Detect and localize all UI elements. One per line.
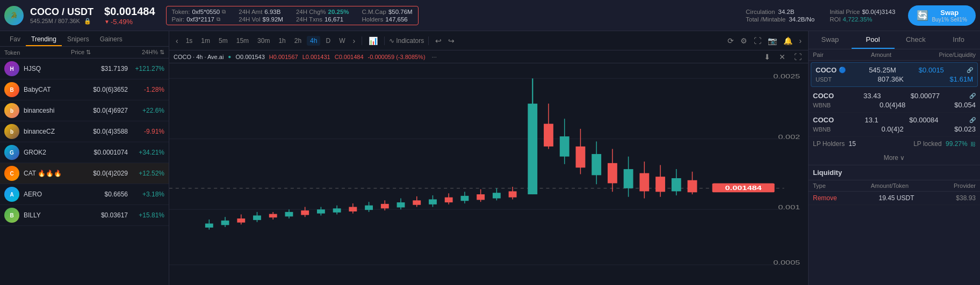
chart-canvas: 0.0025 0.002 0.001 0.0005 [169,63,808,285]
chg-label: 24H Chg% [296,9,326,15]
pool-amount-1b: 807.36K [878,75,904,83]
sidebar-tab-fav[interactable]: Fav [4,33,26,46]
token-change: -5.49% [104,18,155,26]
indicators-button[interactable]: ∿ Indicators [389,37,424,45]
col-change[interactable]: 24H% ⇅ [142,49,164,56]
svg-rect-14 [237,218,245,223]
ohlc-expand-icon[interactable]: ⛶ [792,52,804,62]
tab-check[interactable]: Check [895,31,938,49]
tf-4h[interactable]: 4h [307,36,320,46]
chart-info-bar: COCO · 4h · Ave.ai ● O0.001543 H0.001567… [169,50,808,63]
svg-text:0.0025: 0.0025 [773,74,800,79]
list-item[interactable]: b binanceCZ $0.0(4)3588 -9.91% [0,121,169,142]
alert-icon[interactable]: 🔔 [781,35,795,46]
nav-left-icon[interactable]: ‹ [174,35,181,46]
copy-pair-icon[interactable]: ⧉ [217,16,220,23]
col-price[interactable]: Price ⇅ [71,49,91,56]
tab-pool[interactable]: Pool [852,31,895,49]
pool-row-3[interactable]: COCO 13.1 $0.00084 🔗 WBNB 0.0(4)2 $0.023 [809,113,980,137]
token-price: $0.001484 [104,5,155,18]
ohlc-close-icon[interactable]: ✕ [777,52,788,62]
cap-value: $50.76M [388,9,413,15]
pool-token3-name: COCO [813,116,834,124]
redo-icon[interactable]: ↪ [446,35,457,46]
ohlc-c: C0.001484 [335,54,364,60]
sidebar-tab-snipers[interactable]: Snipers [62,33,95,46]
pool-ext-link-1[interactable]: 🔗 [967,67,973,73]
ohlc-down-icon[interactable]: ⬇ [762,52,773,62]
sidebar-tab-trending[interactable]: Trending [26,33,62,46]
holders-value: 147,656 [385,16,408,23]
svg-rect-38 [429,199,437,204]
tf-1s[interactable]: 1s [183,36,196,46]
screenshot-icon[interactable]: 📷 [766,35,779,46]
right-tabs: Swap Pool Check Info [809,31,980,49]
list-item[interactable]: A AERO $0.6656 +3.18% [0,184,169,205]
tab-info[interactable]: Info [937,31,980,49]
copy-token-icon[interactable]: ⧉ [222,9,226,15]
tf-2h[interactable]: 2h [291,36,305,46]
svg-rect-20 [285,212,293,216]
swap-button[interactable]: 🔄 Swap Buy1% Sell1% [908,5,976,26]
pool-price-2: $0.00077 [911,92,940,100]
ohlc-l: L0.001431 [302,54,330,60]
list-item[interactable]: B BILLY $0.03617 +15.81% [0,205,169,226]
pool-token2-name: COCO [813,92,834,100]
svg-rect-32 [381,204,389,208]
total-label: Total /Mintable [746,16,786,23]
liquidity-row: Remove 19.45 USDT $38.93 [809,192,980,205]
nav-collapse-icon[interactable]: › [797,35,804,46]
svg-rect-52 [544,124,553,147]
tf-5m[interactable]: 5m [215,36,231,46]
sidebar-tab-gainers[interactable]: Gainers [95,33,128,46]
svg-text:0.001: 0.001 [778,204,800,210]
amt-value: 6.93B [264,9,280,15]
settings-icon[interactable]: ⚙ [738,35,750,46]
token-price-value: $0.03617 [85,211,128,219]
liq-type: Remove [813,194,837,202]
list-item[interactable]: G GROK2 $0.0001074 +34.21% [0,142,169,163]
token-change-value: -9.91% [132,128,164,135]
pool-row-2[interactable]: COCO 33.43 $0.00077 🔗 WBNB 0.0(4)48 $0.0… [809,89,980,113]
lp-locked-ext-icon[interactable]: ⛓ [970,141,976,147]
token-price-value: $0.0(4)2029 [85,170,128,177]
tf-30m[interactable]: 30m [254,36,273,46]
pair-label: Pair: [172,16,185,23]
list-item[interactable]: H HJSQ $31.7139 +121.27% [0,59,169,79]
info-col-4: C.M.Cap $50.76M Holders 147,656 [362,9,413,23]
more-button[interactable]: More ∨ [809,151,980,165]
tab-swap[interactable]: Swap [809,31,852,49]
pool-ext-link-2[interactable]: 🔗 [969,93,976,99]
sidebar-header: Token Price ⇅ 24H% ⇅ [0,47,169,59]
main-layout: Fav Trending Snipers Gainers Token Price… [0,31,980,285]
refresh-icon[interactable]: ⟳ [725,35,736,46]
initial-price-value: $0.0(4)3143 [862,9,895,15]
token-price-value: $31.7139 [85,65,128,72]
chg-value: 20.25% [328,9,349,15]
svg-rect-66 [655,177,665,192]
avatar: B [4,82,19,97]
info-col-3: 24H Chg% 20.25% 24H Txns 16,671 [296,9,349,23]
roi-label: ROI [830,16,840,23]
token-info: BILLY [24,211,81,219]
nav-right-icon[interactable]: › [350,35,357,46]
pool-row-highlighted[interactable]: COCO 🔵 545.25M $0.0015 🔗 USDT 807.36K $1… [811,62,978,87]
tf-w[interactable]: W [336,36,348,46]
list-item[interactable]: C CAT 🔥🔥🔥 $0.0(4)2029 +12.52% [0,163,169,184]
tf-1m[interactable]: 1m [198,36,213,46]
roi-value: 4,722.35% [843,16,873,23]
list-item[interactable]: B BabyCAT $0.0(6)3652 -1.28% [0,79,169,100]
undo-icon[interactable]: ↩ [433,35,444,46]
avatar: G [4,145,19,160]
pool-ext-link-3[interactable]: 🔗 [969,117,976,123]
svg-text:0.002: 0.002 [778,134,800,140]
list-item[interactable]: b binanceshi $0.0(4)6927 +22.6% [0,100,169,121]
candle-chart-icon[interactable]: 📊 [366,35,380,46]
tf-d[interactable]: D [322,36,334,46]
avatar: b [4,124,19,139]
token-change-value: +121.27% [132,65,164,72]
token-market: 545.25M / 807.36K 🔒 [30,18,93,25]
tf-1h[interactable]: 1h [275,36,289,46]
tf-15m[interactable]: 15m [233,36,252,46]
fullscreen-icon[interactable]: ⛶ [752,35,763,46]
